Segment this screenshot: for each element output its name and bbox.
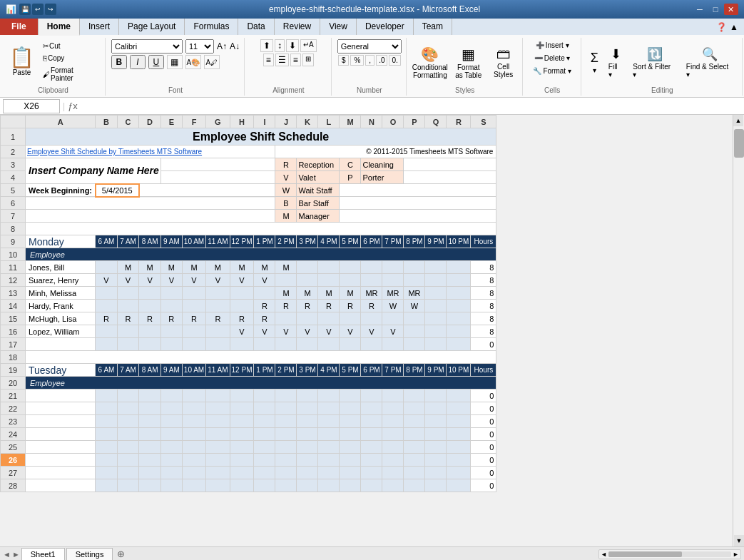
r13-g[interactable] [206,287,230,300]
decrease-font-icon[interactable]: A↓ [230,41,240,51]
r17-hours[interactable]: 0 [471,338,496,351]
col-q[interactable]: Q [425,116,447,128]
format-button[interactable]: 🔧Format ▾ [529,65,574,77]
r12-k[interactable] [297,274,318,287]
r11-p[interactable] [404,261,425,274]
r15-r[interactable] [447,312,471,325]
conditional-formatting-button[interactable]: 🎨 Conditional Formatting [412,44,448,81]
r17-n[interactable] [361,338,382,351]
copy-button[interactable]: ⎘Copy [40,53,101,63]
emp-mchugh[interactable]: McHugh, Lisa [26,312,96,325]
r13-k[interactable]: M [297,287,318,300]
r12-o[interactable] [382,274,404,287]
r15-p[interactable] [404,312,425,325]
row-15[interactable]: 15 McHugh, Lisa R R R R R R R R [1,312,496,325]
row-24[interactable]: 24 0 [1,428,496,441]
scroll-tabs-left[interactable]: ◄ [3,550,11,559]
week-value-cell[interactable]: 5/4/2015 [96,184,139,197]
r11-h[interactable]: M [230,261,254,274]
r14-k[interactable]: R [297,300,318,312]
emp-lopez[interactable]: Lopez, William [26,325,96,338]
r16-g[interactable] [206,325,230,338]
r14-p[interactable]: W [404,300,425,312]
tab-page-layout[interactable]: Page Layout [119,19,185,35]
font-color-button[interactable]: A🖊 [204,55,220,69]
r17-a[interactable] [26,338,96,351]
tab-insert[interactable]: Insert [80,19,119,35]
r17-r[interactable] [447,338,471,351]
tab-developer[interactable]: Developer [357,19,414,35]
r11-b[interactable] [96,261,118,274]
col-s[interactable]: S [471,116,496,128]
r11-q[interactable] [425,261,447,274]
r14-o[interactable]: W [382,300,404,312]
col-a[interactable]: A [26,116,96,128]
r17-c[interactable] [117,338,139,351]
r17-q[interactable] [425,338,447,351]
format-as-table-button[interactable]: ▦ Format as Table [451,44,486,81]
r16-n[interactable]: V [361,325,382,338]
r14-q[interactable] [425,300,447,312]
h-scroll-left[interactable]: ◄ [601,551,607,558]
r13-o[interactable]: MR [382,287,404,300]
col-i[interactable]: I [254,116,275,128]
r11-k[interactable] [297,261,318,274]
scroll-tabs-right[interactable]: ► [12,550,20,559]
formula-input[interactable] [81,100,741,113]
sheet-tab-sheet1[interactable]: Sheet1 [21,548,65,560]
cell-styles-button[interactable]: 🗃 Cell Styles [489,44,518,81]
align-bottom-icon[interactable]: ⬇ [286,39,299,52]
r16-r[interactable] [447,325,471,338]
cell-reference-input[interactable] [3,99,60,113]
r12-d[interactable]: V [139,274,161,287]
r15-n[interactable] [361,312,382,325]
tab-file[interactable]: File [0,19,39,35]
r11-l[interactable] [318,261,340,274]
quick-access-redo[interactable]: ↪ [45,4,56,15]
r14-n[interactable]: R [361,300,382,312]
r14-j[interactable]: R [275,300,297,312]
row-26[interactable]: 26 0 [1,454,496,467]
r12-j[interactable] [275,274,297,287]
align-right-icon[interactable]: ≡ [290,54,301,66]
currency-icon[interactable]: $ [338,55,350,66]
align-center-icon[interactable]: ☰ [275,54,289,66]
align-top-icon[interactable]: ⬆ [260,39,273,52]
col-m[interactable]: M [340,116,361,128]
col-c[interactable]: C [117,116,139,128]
r14-hours[interactable]: 8 [471,300,496,312]
r15-b[interactable]: R [96,312,118,325]
row-18[interactable]: 18 [1,351,496,364]
r13-i[interactable] [254,287,275,300]
r12-i[interactable]: V [254,274,275,287]
r11-j[interactable]: M [275,261,297,274]
quick-access-save[interactable]: 💾 [19,4,31,15]
row-23[interactable]: 23 0 [1,415,496,428]
r16-e[interactable] [160,325,182,338]
sort-filter-button[interactable]: 🔃 Sort & Filter ▾ [629,44,680,81]
r17-h[interactable] [230,338,254,351]
r14-d[interactable] [139,300,161,312]
align-middle-icon[interactable]: ↕ [275,39,285,52]
r13-q[interactable] [425,287,447,300]
fill-color-button[interactable]: A🎨 [185,55,201,69]
r14-e[interactable] [160,300,182,312]
insert-button[interactable]: ➕Insert ▾ [532,39,573,51]
r12-m[interactable] [340,274,361,287]
r16-f[interactable] [182,325,205,338]
r13-f[interactable] [182,287,205,300]
autosum-button[interactable]: Σ ▾ [587,49,602,76]
r14-b[interactable] [96,300,118,312]
paste-button[interactable]: 📋 Paste [6,46,38,78]
r12-g[interactable]: V [206,274,230,287]
r13-p[interactable]: MR [404,287,425,300]
r16-p[interactable] [404,325,425,338]
r15-m[interactable] [340,312,361,325]
r15-k[interactable] [297,312,318,325]
emp-suarez[interactable]: Suarez, Henry [26,274,96,287]
r12-p[interactable] [404,274,425,287]
r12-e[interactable]: V [160,274,182,287]
col-f[interactable]: F [182,116,205,128]
col-n[interactable]: N [361,116,382,128]
row-21[interactable]: 21 0 [1,390,496,402]
